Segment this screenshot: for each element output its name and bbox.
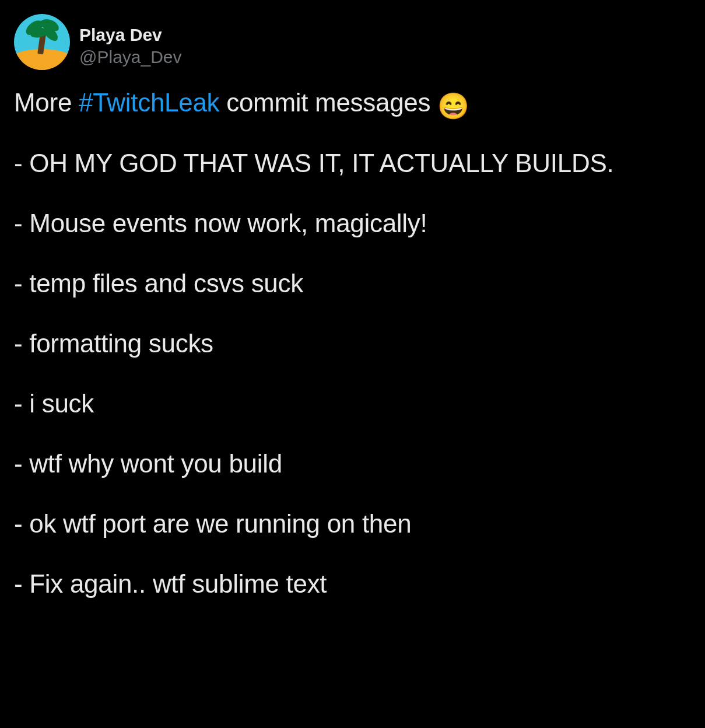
commit-message: - i suck bbox=[14, 387, 691, 419]
commit-message: - Mouse events now work, magically! bbox=[14, 207, 691, 239]
hashtag-link[interactable]: #TwitchLeak bbox=[79, 88, 219, 117]
tweet-body: More #TwitchLeak commit messages 😄 - OH … bbox=[14, 86, 691, 600]
avatar[interactable] bbox=[14, 14, 70, 70]
tweet-intro: More #TwitchLeak commit messages 😄 bbox=[14, 86, 691, 119]
user-info: Playa Dev @Playa_Dev bbox=[79, 14, 182, 68]
commit-message: - OH MY GOD THAT WAS IT, IT ACTUALLY BUI… bbox=[14, 147, 691, 179]
commit-message: - temp files and csvs suck bbox=[14, 267, 691, 299]
commit-message: - ok wtf port are we running on then bbox=[14, 508, 691, 540]
tweet-header: Playa Dev @Playa_Dev bbox=[14, 14, 691, 70]
commit-message: - wtf why wont you build bbox=[14, 447, 691, 480]
intro-suffix: commit messages bbox=[219, 88, 437, 117]
commit-message: - Fix again.. wtf sublime text bbox=[14, 568, 691, 600]
user-handle[interactable]: @Playa_Dev bbox=[79, 46, 182, 68]
intro-prefix: More bbox=[14, 88, 79, 117]
grin-emoji-icon: 😄 bbox=[437, 93, 469, 119]
display-name[interactable]: Playa Dev bbox=[79, 24, 182, 46]
commit-message: - formatting sucks bbox=[14, 327, 691, 359]
